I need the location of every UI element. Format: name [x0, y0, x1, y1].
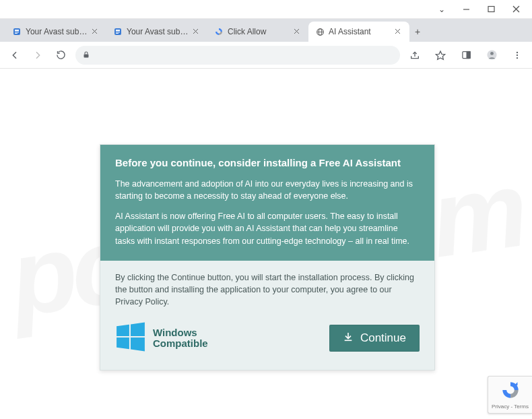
svg-rect-23 [84, 54, 89, 57]
side-panel-icon[interactable] [458, 47, 474, 63]
install-dialog: Before you continue, consider installing… [100, 144, 435, 370]
share-icon[interactable] [407, 47, 423, 63]
new-tab-button[interactable]: + [409, 22, 426, 42]
bookmark-star-icon[interactable] [432, 47, 448, 63]
toolbar-actions [407, 47, 525, 63]
window-titlebar: ⌄ [0, 0, 532, 19]
lock-icon [82, 49, 90, 61]
svg-marker-35 [117, 337, 129, 349]
svg-point-30 [517, 51, 518, 53]
tab-close-icon[interactable] [294, 27, 303, 36]
svg-marker-33 [117, 325, 129, 336]
recaptcha-icon [214, 27, 224, 36]
address-bar[interactable] [75, 46, 400, 65]
svg-rect-5 [15, 30, 19, 31]
window-dropdown-icon[interactable]: ⌄ [438, 5, 445, 14]
dialog-disclaimer: By clicking the Continue button, you wil… [100, 261, 434, 316]
forward-button[interactable] [30, 47, 46, 63]
profile-avatar-icon[interactable] [484, 47, 500, 63]
browser-tab[interactable]: Your Avast subscription [5, 22, 106, 42]
dialog-header: Before you continue, consider installing… [100, 145, 434, 261]
menu-dots-icon[interactable] [509, 47, 525, 63]
compat-text-line: Compatible [153, 338, 208, 349]
download-icon [343, 331, 354, 346]
doc-icon [113, 27, 123, 36]
dialog-paragraph: AI Assistant is now offering Free AI to … [115, 210, 420, 247]
svg-marker-25 [436, 51, 444, 59]
continue-button[interactable]: Continue [329, 325, 420, 352]
svg-rect-1 [488, 7, 494, 12]
doc-icon [12, 27, 22, 36]
browser-toolbar [0, 42, 532, 69]
svg-marker-34 [131, 323, 145, 336]
recaptcha-legal[interactable]: Privacy - Terms [492, 404, 529, 410]
page-content: pcrisk.com Before you continue, consider… [0, 69, 532, 419]
window-maximize-icon[interactable] [488, 5, 495, 13]
dialog-footer: Windows Compatible Continue [100, 316, 434, 370]
tab-title: Your Avast subscription [26, 27, 88, 36]
tab-strip: Your Avast subscription Your Avast subsc… [0, 19, 532, 42]
window-close-icon[interactable] [512, 5, 520, 13]
windows-logo-icon [115, 321, 146, 355]
browser-tab-active[interactable]: AI Assistant [308, 22, 409, 42]
tab-close-icon[interactable] [92, 27, 101, 36]
svg-marker-36 [131, 337, 145, 351]
browser-tab[interactable]: Click Allow [207, 22, 308, 42]
tab-title: AI Assistant [329, 27, 391, 36]
back-button[interactable] [7, 47, 23, 63]
recaptcha-badge[interactable]: Privacy - Terms [488, 376, 532, 414]
tab-close-icon[interactable] [395, 27, 404, 36]
continue-label: Continue [360, 331, 406, 345]
svg-rect-6 [15, 32, 19, 32]
globe-icon [315, 27, 325, 36]
svg-point-29 [490, 52, 494, 55]
browser-tab[interactable]: Your Avast subscription [106, 22, 207, 42]
svg-rect-7 [15, 33, 18, 34]
tab-title: Your Avast subscription [127, 27, 189, 36]
recaptcha-icon [501, 381, 520, 402]
svg-rect-13 [116, 33, 119, 34]
tab-title: Click Allow [228, 27, 290, 36]
compat-text-line: Windows [153, 327, 208, 338]
svg-rect-27 [467, 52, 470, 59]
windows-compatible-badge: Windows Compatible [115, 321, 208, 355]
tab-close-icon[interactable] [193, 27, 202, 36]
window-minimize-icon[interactable] [463, 5, 470, 13]
svg-point-31 [517, 54, 518, 55]
svg-rect-12 [116, 32, 120, 32]
svg-point-32 [517, 57, 518, 58]
reload-button[interactable] [53, 47, 69, 63]
dialog-paragraph: The advancement and adoption of AI into … [115, 178, 420, 202]
dialog-heading: Before you continue, consider installing… [115, 157, 420, 168]
svg-rect-11 [116, 30, 120, 31]
